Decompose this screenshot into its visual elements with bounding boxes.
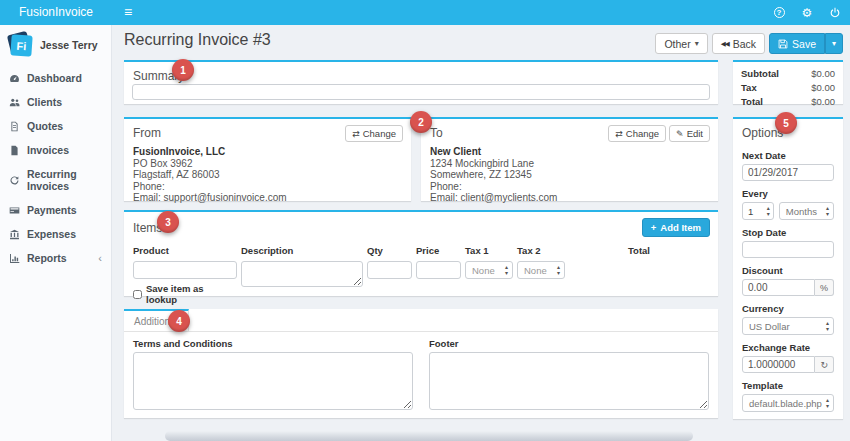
from-address-line: PO Box 3962 bbox=[133, 158, 402, 170]
bottom-shadow bbox=[165, 431, 693, 441]
stop-date-label: Stop Date bbox=[742, 227, 834, 238]
from-change-button[interactable]: ⇄ Change bbox=[345, 125, 403, 142]
exchange-rate-input[interactable] bbox=[742, 356, 815, 373]
topbar: FusionInvoice ≡ ? ⚙ bbox=[0, 0, 850, 25]
from-phone-line: Phone: bbox=[133, 181, 402, 193]
hamburger-menu-icon[interactable]: ≡ bbox=[117, 0, 139, 25]
sidebar-item-reports[interactable]: Reports ‹ bbox=[0, 246, 111, 270]
back-button[interactable]: ◀◀ Back bbox=[712, 33, 765, 54]
to-address-line: Somewhere, ZZ 12345 bbox=[430, 169, 709, 181]
bar-chart-icon bbox=[9, 253, 20, 264]
stepper-arrows-icon: ▴▾ bbox=[767, 205, 770, 217]
sidebar-item-recurring-invoices[interactable]: Recurring Invoices bbox=[0, 162, 111, 198]
sidebar-item-label: Expenses bbox=[27, 228, 76, 240]
tax-value: $0.00 bbox=[811, 82, 835, 94]
to-edit-button[interactable]: ✎ Edit bbox=[669, 125, 710, 142]
from-email-line: Email: support@fusioninvoice.com bbox=[133, 192, 402, 204]
from-title: From bbox=[133, 125, 161, 140]
item-price-input[interactable] bbox=[416, 261, 461, 279]
template-select[interactable]: default.blade.php ▴▾ bbox=[742, 394, 834, 412]
every-unit-select[interactable]: Months ▴▾ bbox=[779, 202, 834, 220]
to-email-line: Email: client@myclients.com bbox=[430, 192, 709, 204]
stop-date-input[interactable] bbox=[742, 241, 834, 258]
next-date-input[interactable] bbox=[742, 164, 834, 181]
subtotal-value: $0.00 bbox=[811, 68, 835, 80]
save-button[interactable]: Save bbox=[769, 33, 825, 54]
power-icon[interactable] bbox=[828, 6, 842, 20]
page-title: Recurring Invoice #3 bbox=[124, 31, 271, 49]
to-address-line: 1234 Mockingbird Lane bbox=[430, 158, 709, 170]
annotation-badge-5: 5 bbox=[775, 112, 797, 134]
help-icon[interactable]: ? bbox=[772, 6, 786, 20]
refresh-rate-button[interactable]: ↻ bbox=[815, 356, 834, 373]
fast-backward-icon: ◀◀ bbox=[721, 40, 729, 48]
sidebar-item-label: Reports bbox=[27, 252, 67, 264]
from-address-line: Flagstaff, AZ 86003 bbox=[133, 169, 402, 181]
item-product-input[interactable] bbox=[133, 261, 237, 279]
to-change-button[interactable]: ⇄ Change bbox=[608, 125, 666, 142]
exchange-rate-label: Exchange Rate bbox=[742, 342, 834, 353]
item-qty-input[interactable] bbox=[367, 261, 412, 279]
item-description-textarea[interactable] bbox=[241, 261, 363, 287]
sidebar-item-expenses[interactable]: Expenses bbox=[0, 222, 111, 246]
save-dropdown-toggle[interactable]: ▾ bbox=[825, 33, 843, 54]
select-arrows-icon: ▴▾ bbox=[557, 264, 560, 276]
terms-textarea[interactable] bbox=[133, 352, 413, 410]
save-item-lookup-label: Save item as lookup bbox=[133, 283, 237, 305]
select-arrows-icon: ▴▾ bbox=[826, 205, 829, 217]
sidebar-item-payments[interactable]: Payments bbox=[0, 198, 111, 222]
additional-tab-row: Additional bbox=[124, 309, 718, 332]
currency-select[interactable]: US Dollar ▴▾ bbox=[742, 317, 834, 335]
brand-logo: FusionInvoice bbox=[0, 0, 112, 25]
footer-textarea[interactable] bbox=[429, 352, 709, 410]
column-header-description: Description bbox=[241, 245, 363, 261]
refresh-icon bbox=[9, 175, 20, 186]
summary-title: Summary bbox=[124, 62, 718, 86]
change-icon: ⇄ bbox=[352, 129, 360, 139]
user-panel: Fi Jesse Terry bbox=[0, 25, 111, 66]
select-arrows-icon: ▴▾ bbox=[826, 320, 829, 332]
annotation-badge-3: 3 bbox=[157, 211, 179, 233]
change-icon: ⇄ bbox=[615, 129, 623, 139]
settings-gear-icon[interactable]: ⚙ bbox=[800, 6, 814, 20]
sidebar-item-clients[interactable]: Clients bbox=[0, 90, 111, 114]
item-tax1-select[interactable]: None ▴▾ bbox=[465, 261, 513, 279]
file-icon bbox=[9, 121, 20, 132]
summary-input[interactable] bbox=[132, 84, 710, 100]
to-panel: To ⇄ Change ✎ Edit New Client 1234 Mocki… bbox=[421, 117, 718, 201]
sidebar-item-dashboard[interactable]: Dashboard bbox=[0, 66, 111, 90]
discount-input[interactable] bbox=[742, 279, 815, 296]
annotation-badge-4: 4 bbox=[168, 310, 190, 332]
add-item-button[interactable]: + Add Item bbox=[642, 218, 710, 237]
save-item-lookup-checkbox[interactable] bbox=[133, 290, 142, 299]
totals-panel: Subtotal $0.00 Tax $0.00 Total $0.00 bbox=[733, 60, 843, 104]
credit-card-icon bbox=[9, 205, 20, 216]
column-header-total: Total bbox=[569, 245, 709, 261]
save-split-button: Save ▾ bbox=[769, 33, 843, 54]
save-floppy-icon bbox=[778, 39, 788, 49]
annotation-badge-1: 1 bbox=[172, 59, 194, 81]
caret-down-icon: ▾ bbox=[832, 39, 836, 48]
main-content: Recurring Invoice #3 Other ▾ ◀◀ Back Sav… bbox=[113, 25, 850, 441]
to-address: New Client 1234 Mockingbird Lane Somewhe… bbox=[421, 142, 718, 204]
next-date-label: Next Date bbox=[742, 150, 834, 161]
column-header-tax1: Tax 1 bbox=[465, 245, 513, 261]
every-number-stepper[interactable]: 1 ▴▾ bbox=[742, 202, 774, 220]
sidebar-item-invoices[interactable]: Invoices bbox=[0, 138, 111, 162]
footer-label: Footer bbox=[429, 338, 709, 349]
from-address: FusionInvoice, LLC PO Box 3962 Flagstaff… bbox=[124, 142, 411, 204]
plus-icon: + bbox=[651, 222, 657, 233]
sidebar-item-label: Payments bbox=[27, 204, 77, 216]
percent-addon: % bbox=[815, 279, 834, 296]
bank-icon bbox=[9, 229, 20, 240]
chevron-left-icon: ‹ bbox=[98, 252, 102, 264]
edit-pencil-icon: ✎ bbox=[676, 129, 684, 139]
sidebar-item-label: Clients bbox=[27, 96, 62, 108]
items-panel: Items + Add Item Product Description Qty… bbox=[124, 210, 718, 296]
item-tax2-select[interactable]: None ▴▾ bbox=[517, 261, 565, 279]
sidebar-item-quotes[interactable]: Quotes bbox=[0, 114, 111, 138]
other-button[interactable]: Other ▾ bbox=[655, 33, 707, 54]
every-label: Every bbox=[742, 188, 834, 199]
items-table: Product Description Qty Price Tax 1 Tax … bbox=[124, 239, 718, 305]
sidebar-item-label: Quotes bbox=[27, 120, 63, 132]
